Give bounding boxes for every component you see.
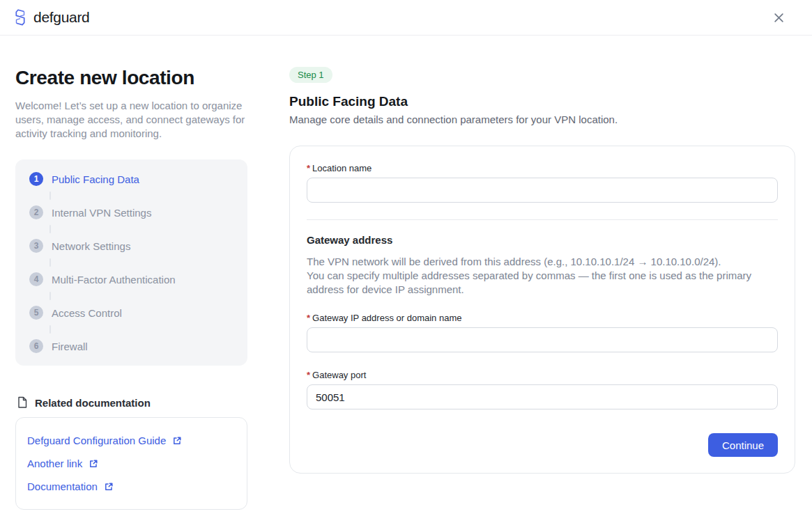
brand-name: defguard xyxy=(33,9,90,26)
location-name-input[interactable] xyxy=(307,178,778,203)
step-label: Multi-Factor Authentication xyxy=(52,274,176,286)
gateway-port-label: * Gateway port xyxy=(307,370,778,380)
top-bar: defguard xyxy=(0,0,812,36)
gateway-address-description: The VPN network will be derived from thi… xyxy=(307,255,778,297)
divider xyxy=(307,219,778,220)
gateway-ip-label: * Gateway IP address or domain name xyxy=(307,313,778,323)
step-item-access-control[interactable]: 5 Access Control xyxy=(29,306,236,320)
continue-button[interactable]: Continue xyxy=(708,433,778,457)
step-label: Access Control xyxy=(52,307,122,319)
steps-panel: 1 Public Facing Data 2 Internal VPN Sett… xyxy=(15,159,247,366)
step-connector xyxy=(49,325,51,334)
step-number-badge: 4 xyxy=(29,272,43,286)
step-item-network-settings[interactable]: 3 Network Settings xyxy=(29,239,236,253)
brand: defguard xyxy=(11,8,90,27)
step-badge: Step 1 xyxy=(289,67,332,83)
defguard-logo-icon xyxy=(11,8,29,27)
gateway-port-input[interactable] xyxy=(307,384,778,409)
step-label: Firewall xyxy=(52,341,88,352)
step-subtitle: Manage core details and connection param… xyxy=(289,113,795,127)
form-actions: Continue xyxy=(307,433,778,457)
step-label: Network Settings xyxy=(52,240,130,252)
step-item-multi-factor-authentication[interactable]: 4 Multi-Factor Authentication xyxy=(29,272,236,286)
doc-link-another-link[interactable]: Another link xyxy=(27,452,236,475)
step-number-badge: 3 xyxy=(29,239,43,253)
external-link-icon xyxy=(104,482,114,492)
step-connector xyxy=(49,258,51,267)
step-item-public-facing-data[interactable]: 1 Public Facing Data xyxy=(29,172,236,186)
wizard-sidebar: Create new location Welcome! Let’s set u… xyxy=(15,36,247,510)
gateway-address-section-title: Gateway address xyxy=(307,234,778,246)
step-label: Internal VPN Settings xyxy=(52,207,151,219)
external-link-icon xyxy=(172,436,182,446)
gateway-ip-input[interactable] xyxy=(307,327,778,352)
step-content: Step 1 Public Facing Data Manage core de… xyxy=(289,36,795,510)
step-connector xyxy=(49,292,51,300)
doc-link-label: Defguard Configuration Guide xyxy=(27,435,166,446)
step-item-internal-vpn-settings[interactable]: 2 Internal VPN Settings xyxy=(29,205,236,219)
close-icon[interactable] xyxy=(769,8,788,27)
step-label: Public Facing Data xyxy=(52,173,139,185)
page-title: Create new location xyxy=(15,66,247,90)
step-number-badge: 1 xyxy=(29,172,43,186)
step-number-badge: 5 xyxy=(29,306,43,320)
step-number-badge: 6 xyxy=(29,339,43,353)
step-connector xyxy=(49,225,51,233)
form-card: * Location name Gateway address The VPN … xyxy=(289,146,795,474)
welcome-text: Welcome! Let’s set up a new location to … xyxy=(15,99,247,141)
step-number-badge: 2 xyxy=(29,205,43,219)
doc-link-configuration-guide[interactable]: Defguard Configuration Guide xyxy=(27,429,236,452)
step-connector xyxy=(49,192,51,200)
doc-link-documentation[interactable]: Documentation xyxy=(27,475,236,498)
required-asterisk: * xyxy=(307,313,310,323)
required-asterisk: * xyxy=(307,163,310,173)
related-docs-header: Related documentation xyxy=(15,396,247,409)
document-icon xyxy=(17,396,28,409)
location-name-label: * Location name xyxy=(307,163,778,173)
step-item-firewall[interactable]: 6 Firewall xyxy=(29,339,236,353)
related-docs-card: Defguard Configuration Guide Another lin… xyxy=(15,417,247,510)
doc-link-label: Documentation xyxy=(27,481,98,492)
required-asterisk: * xyxy=(307,370,310,380)
content-area: Create new location Welcome! Let’s set u… xyxy=(0,36,812,510)
doc-link-label: Another link xyxy=(27,458,82,469)
step-title: Public Facing Data xyxy=(289,93,795,110)
related-docs-title: Related documentation xyxy=(35,397,151,409)
external-link-icon xyxy=(89,459,98,469)
